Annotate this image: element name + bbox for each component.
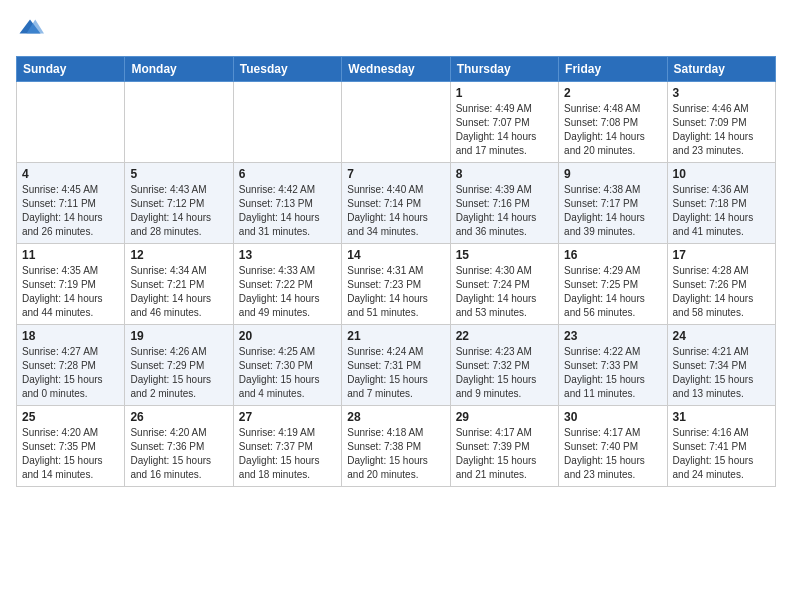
calendar-cell: 2Sunrise: 4:48 AM Sunset: 7:08 PM Daylig… xyxy=(559,82,667,163)
day-info: Sunrise: 4:26 AM Sunset: 7:29 PM Dayligh… xyxy=(130,345,227,401)
calendar-cell: 27Sunrise: 4:19 AM Sunset: 7:37 PM Dayli… xyxy=(233,406,341,487)
calendar-cell: 22Sunrise: 4:23 AM Sunset: 7:32 PM Dayli… xyxy=(450,325,558,406)
day-number: 25 xyxy=(22,410,119,424)
calendar-header-thursday: Thursday xyxy=(450,57,558,82)
day-info: Sunrise: 4:35 AM Sunset: 7:19 PM Dayligh… xyxy=(22,264,119,320)
day-info: Sunrise: 4:48 AM Sunset: 7:08 PM Dayligh… xyxy=(564,102,661,158)
day-info: Sunrise: 4:45 AM Sunset: 7:11 PM Dayligh… xyxy=(22,183,119,239)
day-number: 27 xyxy=(239,410,336,424)
calendar-header-sunday: Sunday xyxy=(17,57,125,82)
day-info: Sunrise: 4:42 AM Sunset: 7:13 PM Dayligh… xyxy=(239,183,336,239)
day-number: 11 xyxy=(22,248,119,262)
day-info: Sunrise: 4:38 AM Sunset: 7:17 PM Dayligh… xyxy=(564,183,661,239)
day-number: 23 xyxy=(564,329,661,343)
calendar-cell: 4Sunrise: 4:45 AM Sunset: 7:11 PM Daylig… xyxy=(17,163,125,244)
calendar-cell: 25Sunrise: 4:20 AM Sunset: 7:35 PM Dayli… xyxy=(17,406,125,487)
calendar-cell: 29Sunrise: 4:17 AM Sunset: 7:39 PM Dayli… xyxy=(450,406,558,487)
day-info: Sunrise: 4:23 AM Sunset: 7:32 PM Dayligh… xyxy=(456,345,553,401)
day-number: 3 xyxy=(673,86,770,100)
calendar-header-saturday: Saturday xyxy=(667,57,775,82)
day-number: 20 xyxy=(239,329,336,343)
day-number: 14 xyxy=(347,248,444,262)
calendar-cell xyxy=(342,82,450,163)
calendar-cell: 21Sunrise: 4:24 AM Sunset: 7:31 PM Dayli… xyxy=(342,325,450,406)
calendar-week-3: 11Sunrise: 4:35 AM Sunset: 7:19 PM Dayli… xyxy=(17,244,776,325)
calendar-header-friday: Friday xyxy=(559,57,667,82)
day-info: Sunrise: 4:17 AM Sunset: 7:40 PM Dayligh… xyxy=(564,426,661,482)
day-info: Sunrise: 4:27 AM Sunset: 7:28 PM Dayligh… xyxy=(22,345,119,401)
day-number: 5 xyxy=(130,167,227,181)
calendar-cell: 30Sunrise: 4:17 AM Sunset: 7:40 PM Dayli… xyxy=(559,406,667,487)
calendar-cell: 24Sunrise: 4:21 AM Sunset: 7:34 PM Dayli… xyxy=(667,325,775,406)
calendar-cell: 18Sunrise: 4:27 AM Sunset: 7:28 PM Dayli… xyxy=(17,325,125,406)
calendar-cell: 12Sunrise: 4:34 AM Sunset: 7:21 PM Dayli… xyxy=(125,244,233,325)
day-number: 1 xyxy=(456,86,553,100)
page-header xyxy=(16,16,776,44)
day-number: 10 xyxy=(673,167,770,181)
calendar-cell: 3Sunrise: 4:46 AM Sunset: 7:09 PM Daylig… xyxy=(667,82,775,163)
day-info: Sunrise: 4:16 AM Sunset: 7:41 PM Dayligh… xyxy=(673,426,770,482)
calendar-cell: 1Sunrise: 4:49 AM Sunset: 7:07 PM Daylig… xyxy=(450,82,558,163)
logo-icon xyxy=(16,16,44,44)
calendar-cell: 16Sunrise: 4:29 AM Sunset: 7:25 PM Dayli… xyxy=(559,244,667,325)
day-info: Sunrise: 4:49 AM Sunset: 7:07 PM Dayligh… xyxy=(456,102,553,158)
day-info: Sunrise: 4:34 AM Sunset: 7:21 PM Dayligh… xyxy=(130,264,227,320)
day-number: 28 xyxy=(347,410,444,424)
calendar-cell: 15Sunrise: 4:30 AM Sunset: 7:24 PM Dayli… xyxy=(450,244,558,325)
calendar-header-row: SundayMondayTuesdayWednesdayThursdayFrid… xyxy=(17,57,776,82)
calendar-header-tuesday: Tuesday xyxy=(233,57,341,82)
calendar-cell xyxy=(125,82,233,163)
day-number: 13 xyxy=(239,248,336,262)
day-number: 29 xyxy=(456,410,553,424)
day-number: 17 xyxy=(673,248,770,262)
day-number: 8 xyxy=(456,167,553,181)
logo xyxy=(16,16,48,44)
day-number: 15 xyxy=(456,248,553,262)
day-info: Sunrise: 4:17 AM Sunset: 7:39 PM Dayligh… xyxy=(456,426,553,482)
day-info: Sunrise: 4:19 AM Sunset: 7:37 PM Dayligh… xyxy=(239,426,336,482)
calendar-week-2: 4Sunrise: 4:45 AM Sunset: 7:11 PM Daylig… xyxy=(17,163,776,244)
calendar-cell: 31Sunrise: 4:16 AM Sunset: 7:41 PM Dayli… xyxy=(667,406,775,487)
day-info: Sunrise: 4:22 AM Sunset: 7:33 PM Dayligh… xyxy=(564,345,661,401)
day-number: 4 xyxy=(22,167,119,181)
day-number: 6 xyxy=(239,167,336,181)
calendar-cell: 10Sunrise: 4:36 AM Sunset: 7:18 PM Dayli… xyxy=(667,163,775,244)
day-info: Sunrise: 4:33 AM Sunset: 7:22 PM Dayligh… xyxy=(239,264,336,320)
day-info: Sunrise: 4:46 AM Sunset: 7:09 PM Dayligh… xyxy=(673,102,770,158)
calendar-cell: 20Sunrise: 4:25 AM Sunset: 7:30 PM Dayli… xyxy=(233,325,341,406)
calendar-cell: 26Sunrise: 4:20 AM Sunset: 7:36 PM Dayli… xyxy=(125,406,233,487)
day-number: 31 xyxy=(673,410,770,424)
calendar-cell: 23Sunrise: 4:22 AM Sunset: 7:33 PM Dayli… xyxy=(559,325,667,406)
calendar-cell xyxy=(17,82,125,163)
day-number: 22 xyxy=(456,329,553,343)
calendar-cell: 9Sunrise: 4:38 AM Sunset: 7:17 PM Daylig… xyxy=(559,163,667,244)
calendar-cell: 28Sunrise: 4:18 AM Sunset: 7:38 PM Dayli… xyxy=(342,406,450,487)
day-number: 2 xyxy=(564,86,661,100)
calendar-cell: 19Sunrise: 4:26 AM Sunset: 7:29 PM Dayli… xyxy=(125,325,233,406)
day-info: Sunrise: 4:30 AM Sunset: 7:24 PM Dayligh… xyxy=(456,264,553,320)
calendar-week-5: 25Sunrise: 4:20 AM Sunset: 7:35 PM Dayli… xyxy=(17,406,776,487)
day-number: 26 xyxy=(130,410,227,424)
day-info: Sunrise: 4:31 AM Sunset: 7:23 PM Dayligh… xyxy=(347,264,444,320)
day-info: Sunrise: 4:28 AM Sunset: 7:26 PM Dayligh… xyxy=(673,264,770,320)
calendar-table: SundayMondayTuesdayWednesdayThursdayFrid… xyxy=(16,56,776,487)
day-number: 21 xyxy=(347,329,444,343)
calendar-header-wednesday: Wednesday xyxy=(342,57,450,82)
calendar-cell: 8Sunrise: 4:39 AM Sunset: 7:16 PM Daylig… xyxy=(450,163,558,244)
day-number: 30 xyxy=(564,410,661,424)
day-number: 19 xyxy=(130,329,227,343)
calendar-cell: 13Sunrise: 4:33 AM Sunset: 7:22 PM Dayli… xyxy=(233,244,341,325)
day-info: Sunrise: 4:43 AM Sunset: 7:12 PM Dayligh… xyxy=(130,183,227,239)
day-info: Sunrise: 4:25 AM Sunset: 7:30 PM Dayligh… xyxy=(239,345,336,401)
calendar-cell: 6Sunrise: 4:42 AM Sunset: 7:13 PM Daylig… xyxy=(233,163,341,244)
day-number: 16 xyxy=(564,248,661,262)
day-info: Sunrise: 4:24 AM Sunset: 7:31 PM Dayligh… xyxy=(347,345,444,401)
day-number: 18 xyxy=(22,329,119,343)
day-info: Sunrise: 4:29 AM Sunset: 7:25 PM Dayligh… xyxy=(564,264,661,320)
day-info: Sunrise: 4:39 AM Sunset: 7:16 PM Dayligh… xyxy=(456,183,553,239)
day-info: Sunrise: 4:18 AM Sunset: 7:38 PM Dayligh… xyxy=(347,426,444,482)
day-info: Sunrise: 4:20 AM Sunset: 7:35 PM Dayligh… xyxy=(22,426,119,482)
calendar-cell xyxy=(233,82,341,163)
calendar-cell: 7Sunrise: 4:40 AM Sunset: 7:14 PM Daylig… xyxy=(342,163,450,244)
day-number: 9 xyxy=(564,167,661,181)
